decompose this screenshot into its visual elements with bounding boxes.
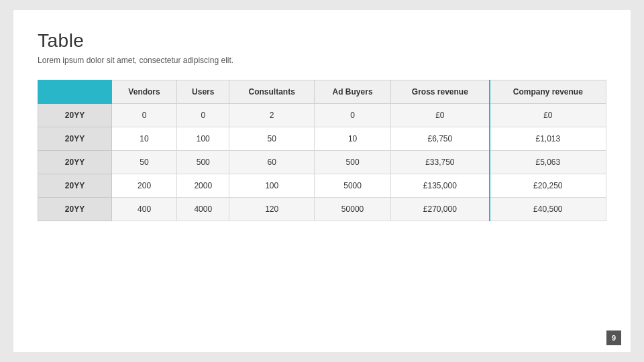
cell-year: 20YY — [38, 104, 112, 127]
table-cell: £0 — [490, 104, 606, 127]
table-cell: 400 — [112, 198, 177, 221]
table-cell: 60 — [229, 151, 315, 174]
table-cell: 10 — [315, 127, 391, 151]
data-table: Vendors Users Consultants Ad Buyers Gros… — [38, 80, 606, 221]
page-title: Table — [38, 30, 606, 52]
col-header-vendors: Vendors — [112, 80, 177, 104]
table-cell: 100 — [229, 174, 315, 198]
table-cell: £33,750 — [391, 151, 490, 174]
table-cell: 0 — [177, 104, 229, 127]
table-cell: 50 — [229, 127, 315, 151]
col-header-consultants: Consultants — [229, 80, 315, 104]
table-cell: £270,000 — [391, 198, 490, 221]
table-cell: 500 — [315, 151, 391, 174]
cell-year: 20YY — [38, 198, 112, 221]
table-cell: £135,000 — [391, 174, 490, 198]
table-cell: 10 — [112, 127, 177, 151]
table-cell: 0 — [315, 104, 391, 127]
page-subtitle: Lorem ipsum dolor sit amet, consectetur … — [38, 56, 606, 65]
table-cell: 4000 — [177, 198, 229, 221]
table-cell: 500 — [177, 151, 229, 174]
table-cell: 200 — [112, 174, 177, 198]
col-header-year — [38, 80, 112, 104]
table-cell: £20,250 — [490, 174, 606, 198]
table-header-row: Vendors Users Consultants Ad Buyers Gros… — [38, 80, 606, 104]
table-cell: 2000 — [177, 174, 229, 198]
col-header-company-revenue: Company revenue — [490, 80, 606, 104]
table-cell: 50000 — [315, 198, 391, 221]
table-row: 20YY400400012050000£270,000£40,500 — [38, 198, 606, 221]
table-cell: £1,013 — [490, 127, 606, 151]
table-cell: 2 — [229, 104, 315, 127]
table-cell: 0 — [112, 104, 177, 127]
col-header-adbuyers: Ad Buyers — [315, 80, 391, 104]
table-cell: £6,750 — [391, 127, 490, 151]
table-cell: £40,500 — [490, 198, 606, 221]
table-row: 20YY5050060500£33,750£5,063 — [38, 151, 606, 174]
cell-year: 20YY — [38, 151, 112, 174]
table-cell: £5,063 — [490, 151, 606, 174]
table-row: 20YY101005010£6,750£1,013 — [38, 127, 606, 151]
table-cell: 50 — [112, 151, 177, 174]
slide: Table Lorem ipsum dolor sit amet, consec… — [13, 10, 631, 352]
col-header-users: Users — [177, 80, 229, 104]
table-cell: 5000 — [315, 174, 391, 198]
table-cell: 100 — [177, 127, 229, 151]
col-header-gross-revenue: Gross revenue — [391, 80, 490, 104]
table-row: 20YY20020001005000£135,000£20,250 — [38, 174, 606, 198]
page-number: 9 — [606, 330, 621, 345]
table-row: 20YY0020£0£0 — [38, 104, 606, 127]
table-cell: 120 — [229, 198, 315, 221]
cell-year: 20YY — [38, 174, 112, 198]
cell-year: 20YY — [38, 127, 112, 151]
table-cell: £0 — [391, 104, 490, 127]
